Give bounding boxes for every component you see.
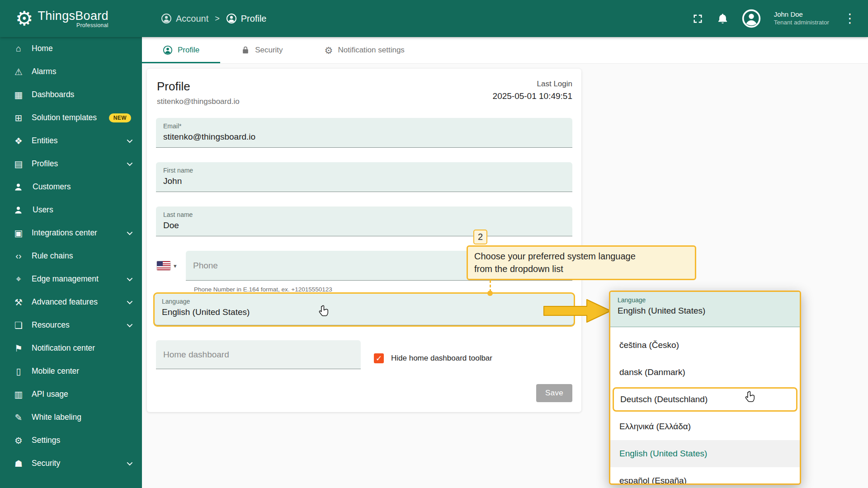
more-menu-icon[interactable]: ⋮ [842, 12, 858, 25]
email-label: Email* [156, 118, 572, 130]
sidebar: ⌂ Home ⚠ Alarms ▦ Dashboards ⊞ Solution … [0, 37, 142, 488]
breadcrumb-account[interactable]: Account [161, 13, 208, 24]
pointer-cursor-icon [743, 390, 757, 404]
hide-toolbar-checkbox-row[interactable]: ✓ Hide home dashboard toolbar [374, 353, 492, 363]
new-badge: NEW [109, 113, 131, 122]
annotation-arrow [543, 298, 612, 324]
profile-email-subtitle: stitenko@thingsboard.io [157, 97, 240, 106]
breadcrumb-profile[interactable]: Profile [226, 13, 267, 24]
customers-icon [14, 182, 23, 192]
sidebar-item-users[interactable]: Users [0, 198, 142, 221]
brand-name: ThingsBoard [38, 9, 108, 23]
user-role: Tenant administrator [774, 19, 829, 27]
email-field[interactable]: Email* stitenko@thingsboard.io [156, 118, 572, 148]
sidebar-item-solution-templates[interactable]: ⊞ Solution templates NEW [0, 106, 142, 129]
sidebar-item-notification-center[interactable]: ⚑ Notification center [0, 337, 142, 360]
option-greek[interactable]: Ελληνικά (Ελλάδα) [610, 413, 800, 440]
sidebar-item-mobile-center[interactable]: ▯ Mobile center [0, 360, 142, 383]
sidebar-item-profiles[interactable]: ▤ Profiles [0, 152, 142, 175]
avatar[interactable] [741, 9, 761, 28]
last-login-value: 2025-05-01 10:49:51 [493, 91, 572, 101]
sidebar-item-alarms[interactable]: ⚠ Alarms [0, 60, 142, 83]
option-dansk[interactable]: dansk (Danmark) [610, 359, 800, 386]
sidebar-item-security[interactable]: ☗ Security [0, 452, 142, 475]
brand-logo[interactable]: ⚙ ThingsBoard Professional [0, 9, 142, 28]
edge-management-icon: ⌖ [13, 274, 24, 284]
profile-person-icon [226, 13, 237, 24]
profiles-icon: ▤ [13, 159, 24, 169]
home-dashboard-field[interactable]: Home dashboard [156, 340, 361, 369]
last-name-value: Doe [156, 218, 572, 230]
api-usage-icon: ▥ [13, 389, 24, 400]
option-english-us[interactable]: English (United States) [610, 440, 800, 467]
chevron-down-icon [127, 230, 133, 235]
tab-bar: Profile Security ⚙ Notification settings [142, 37, 868, 64]
last-name-label: Last name [156, 206, 572, 218]
notification-center-icon: ⚑ [13, 343, 24, 354]
tab-security[interactable]: Security [220, 37, 303, 63]
user-info: John Doe Tenant administrator [774, 10, 829, 27]
first-name-label: First name [156, 162, 572, 174]
white-labeling-icon: ✎ [13, 412, 24, 423]
tab-notification-settings[interactable]: ⚙ Notification settings [304, 37, 425, 63]
dropdown-language-field[interactable]: Language English (United States) [610, 292, 800, 327]
phone-placeholder: Phone [193, 261, 218, 271]
chevron-down-icon [127, 137, 133, 143]
language-field[interactable]: Language English (United States) [153, 292, 575, 327]
dropdown-language-value: English (United States) [610, 304, 800, 316]
option-deutsch[interactable]: Deutsch (Deutschland) [613, 387, 797, 412]
sidebar-item-advanced-features[interactable]: ⚒ Advanced features [0, 291, 142, 314]
chevron-down-icon [127, 160, 133, 166]
sidebar-item-resources[interactable]: ❏ Resources [0, 314, 142, 337]
alarms-icon: ⚠ [13, 66, 24, 77]
first-name-field[interactable]: First name John [156, 162, 572, 192]
notifications-bell-icon[interactable] [717, 13, 729, 25]
user-name: John Doe [774, 10, 829, 19]
fullscreen-icon[interactable] [692, 13, 704, 25]
main-content: Profile Security ⚙ Notification settings… [142, 37, 868, 488]
sidebar-item-api-usage[interactable]: ▥ API usage [0, 383, 142, 406]
security-tab-lock-icon [241, 46, 250, 55]
dropdown-language-label: Language [610, 292, 800, 304]
option-cestina[interactable]: čeština (Česko) [610, 332, 800, 359]
rule-chains-icon: ‹› [13, 251, 24, 261]
sidebar-item-dashboards[interactable]: ▦ Dashboards [0, 83, 142, 106]
checkmark-icon: ✓ [376, 354, 382, 363]
profile-tab-person-icon [163, 45, 173, 55]
page-title: Profile [157, 80, 240, 94]
language-value: English (United States) [155, 305, 574, 317]
hide-toolbar-label: Hide home dashboard toolbar [391, 354, 492, 363]
language-label: Language [155, 294, 574, 305]
chevron-down-icon [127, 322, 133, 328]
security-shield-icon: ☗ [13, 458, 24, 469]
sidebar-item-home[interactable]: ⌂ Home [0, 37, 142, 60]
pointer-cursor-icon [317, 305, 330, 318]
settings-icon: ⚙ [13, 435, 24, 446]
thingsboard-logo-icon: ⚙ [15, 9, 33, 28]
sidebar-item-entities[interactable]: ❖ Entities [0, 129, 142, 152]
save-button[interactable]: Save [536, 384, 572, 402]
step-number-badge: 2 [473, 230, 487, 244]
breadcrumb-separator: > [215, 14, 220, 23]
hide-toolbar-checkbox[interactable]: ✓ [374, 353, 384, 363]
sidebar-item-integrations-center[interactable]: ▣ Integrations center [0, 221, 142, 244]
app-root: ⚙ ThingsBoard Professional Account > Pro… [0, 0, 868, 488]
chevron-down-icon [127, 299, 133, 305]
sidebar-item-edge-management[interactable]: ⌖ Edge management [0, 267, 142, 291]
flag-caret-icon: ▾ [174, 263, 177, 269]
chevron-down-icon [127, 276, 133, 282]
sidebar-item-rule-chains[interactable]: ‹› Rule chains [0, 244, 142, 267]
brand-subtitle: Professional [38, 22, 108, 28]
option-espanol[interactable]: español (España) [610, 467, 800, 485]
last-name-field[interactable]: Last name Doe [156, 206, 572, 236]
sidebar-item-customers[interactable]: Customers [0, 175, 142, 198]
last-login: Last Login 2025-05-01 10:49:51 [493, 80, 572, 106]
dropdown-options-list: čeština (Česko) dansk (Danmark) Deutsch … [610, 327, 800, 485]
sidebar-item-white-labeling[interactable]: ✎ White labeling [0, 406, 142, 429]
email-value: stitenko@thingsboard.io [156, 130, 572, 142]
phone-country-selector[interactable]: ▾ [157, 251, 177, 281]
entities-icon: ❖ [13, 136, 24, 146]
sidebar-item-settings[interactable]: ⚙ Settings [0, 429, 142, 452]
tab-profile[interactable]: Profile [142, 37, 220, 63]
profile-card: Profile stitenko@thingsboard.io Last Log… [147, 69, 581, 412]
